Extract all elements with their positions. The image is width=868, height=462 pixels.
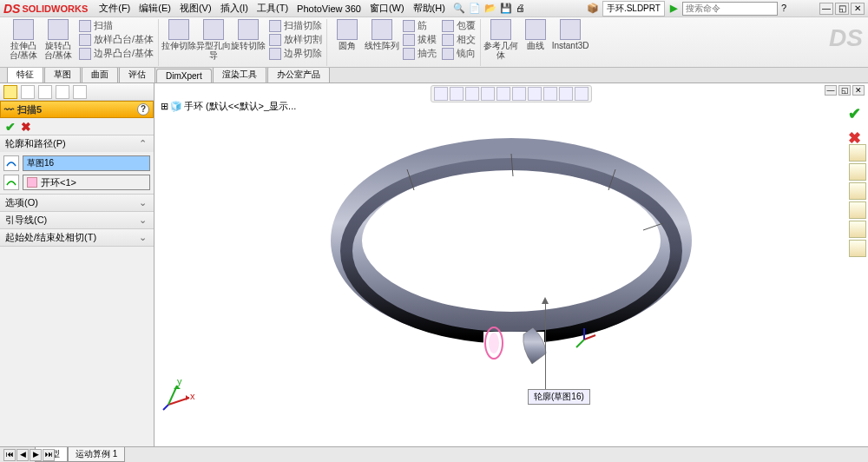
fm-tab-dimxpert[interactable] — [56, 85, 69, 99]
cmd-curves[interactable]: 曲线 — [518, 19, 553, 60]
svg-point-8 — [489, 333, 499, 353]
menu-tools[interactable]: 工具(T) — [253, 0, 293, 16]
tab-evaluate[interactable]: 评估 — [119, 66, 155, 82]
menu-view[interactable]: 视图(V) — [175, 0, 216, 16]
qat-new-icon[interactable]: 📄 — [469, 3, 481, 15]
mdi-close[interactable]: ✕ — [852, 85, 865, 96]
document-name[interactable]: 手环.SLDPRT — [602, 1, 665, 16]
view-appearance-icon[interactable] — [543, 87, 557, 101]
cmd-fillet[interactable]: 圆角 — [330, 19, 365, 60]
cmd-wrap[interactable]: 包覆 — [440, 19, 477, 32]
task-pane — [849, 144, 866, 257]
view-zoom-fit-icon[interactable] — [434, 87, 448, 101]
bottom-tab-motion-study[interactable]: 运动算例 1 — [68, 447, 125, 462]
window-restore[interactable]: ◱ — [835, 3, 849, 15]
rotate-center-icon — [571, 327, 597, 353]
view-hide-show-icon[interactable] — [528, 87, 542, 101]
qat-save-icon[interactable]: 💾 — [500, 3, 512, 15]
tab-features[interactable]: 特征 — [7, 66, 43, 82]
qat-open-icon[interactable]: 📂 — [484, 3, 496, 15]
help-icon[interactable]: ? — [781, 3, 793, 15]
tab-office-products[interactable]: 办公室产品 — [267, 66, 330, 82]
graphics-viewport[interactable]: — ◱ ✕ ⊞ 🧊 手环 (默认<<默认>_显示... ✔ ✖ — [155, 83, 868, 446]
profile-callout[interactable]: 轮廓(草图16) — [528, 389, 590, 405]
cmd-extrude-cut[interactable]: 拉伸切除 — [161, 19, 196, 60]
tab-dimxpert[interactable]: DimXpert — [156, 69, 212, 82]
mdi-minimize[interactable]: — — [825, 85, 837, 96]
menu-edit[interactable]: 编辑(E) — [135, 0, 175, 16]
flyout-feature-tree[interactable]: ⊞ 🧊 手环 (默认<<默认>_显示... — [158, 99, 299, 114]
view-zoom-area-icon[interactable] — [450, 87, 464, 101]
motion-tab-strip: ⏮ ◀ ▶ ⏭ 模型 运动算例 1 — [0, 446, 868, 462]
cmd-boundary-boss[interactable]: 边界凸台/基体 — [77, 47, 155, 60]
pm-section-guides[interactable]: 引导线(C) ⌄ — [0, 212, 154, 228]
tab-nav-prev[interactable]: ◀ — [16, 449, 29, 461]
orientation-triad[interactable]: x y — [161, 377, 196, 412]
tab-render-tools[interactable]: 渲染工具 — [213, 66, 266, 82]
search-input[interactable] — [682, 2, 778, 16]
fm-tab-feature[interactable] — [21, 85, 35, 99]
window-close[interactable]: ✕ — [851, 3, 865, 15]
menu-help[interactable]: 帮助(H) — [409, 0, 450, 16]
qat-print-icon[interactable]: 🖨 — [516, 3, 528, 15]
cmd-loft-boss[interactable]: 放样凸台/基体 — [77, 33, 155, 46]
menu-photoview[interactable]: PhotoView 360 — [293, 2, 365, 16]
pm-section-options[interactable]: 选项(O) ⌄ — [0, 195, 154, 211]
qat-icon[interactable]: 🔍 — [453, 3, 465, 15]
mdi-restore[interactable]: ◱ — [838, 85, 851, 96]
view-orientation-icon[interactable] — [496, 87, 510, 101]
view-scene-icon[interactable] — [559, 87, 573, 101]
view-display-icon[interactable] — [512, 87, 526, 101]
tab-nav-next[interactable]: ▶ — [30, 449, 42, 461]
cmd-sweep-cut[interactable]: 扫描切除 — [267, 19, 324, 32]
pm-title: 扫描5 — [17, 103, 42, 116]
pm-section-start-end[interactable]: 起始处/结束处相切(T) ⌄ — [0, 229, 154, 246]
taskpane-appearances-icon[interactable] — [849, 221, 866, 238]
taskpane-view-palette-icon[interactable] — [849, 201, 866, 219]
view-prev-icon[interactable] — [465, 87, 479, 101]
cmd-revolve-boss[interactable]: 旋转凸台/基体 — [41, 19, 76, 60]
fm-tab-config[interactable] — [38, 85, 52, 99]
tab-surfaces[interactable]: 曲面 — [82, 66, 118, 82]
pm-cancel-button[interactable]: ✖ — [21, 120, 31, 134]
pm-section-profile-path[interactable]: 轮廓和路径(P) ⌃ — [0, 135, 154, 152]
tab-nav-last[interactable]: ⏭ — [43, 449, 55, 461]
menu-file[interactable]: 文件(F) — [95, 0, 135, 16]
cmd-linear-pattern[interactable]: 线性阵列 — [365, 19, 399, 60]
path-field[interactable]: 开环<1> — [23, 175, 150, 190]
profile-field[interactable]: 草图16 — [23, 155, 150, 171]
tab-nav-first[interactable]: ⏮ — [3, 449, 16, 461]
fm-tab-property[interactable] — [3, 85, 17, 99]
cmd-sweep[interactable]: 扫描 — [77, 19, 155, 32]
expand-icon[interactable]: ⊞ — [161, 101, 168, 112]
pm-help-button[interactable]: ? — [137, 103, 149, 116]
view-section-icon[interactable] — [481, 87, 495, 101]
tab-sketch[interactable]: 草图 — [44, 66, 81, 82]
taskpane-library-icon[interactable] — [849, 163, 866, 181]
search-run-icon[interactable]: ▶ — [670, 3, 677, 14]
menu-window[interactable]: 窗口(W) — [365, 0, 409, 16]
window-minimize[interactable]: — — [819, 3, 833, 15]
cmd-revolve-cut[interactable]: 旋转切除 — [231, 19, 266, 60]
view-settings-icon[interactable] — [575, 87, 589, 101]
menu-insert[interactable]: 插入(I) — [216, 0, 253, 16]
cmd-hole-wizard[interactable]: 异型孔向导 — [196, 19, 231, 60]
taskpane-explorer-icon[interactable] — [849, 182, 866, 200]
pm-ok-button[interactable]: ✔ — [5, 120, 16, 134]
cmd-instant3d[interactable]: Instant3D — [553, 19, 588, 60]
taskpane-resources-icon[interactable] — [849, 144, 866, 162]
cmd-ref-geometry[interactable]: 参考几何体 — [483, 19, 518, 60]
cmd-mirror[interactable]: 镜向 — [440, 47, 477, 60]
confirm-ok-button[interactable]: ✔ — [848, 104, 861, 123]
taskpane-custom-props-icon[interactable] — [849, 240, 866, 257]
cmd-intersect[interactable]: 相交 — [440, 33, 477, 46]
cmd-extrude-boss[interactable]: 拉伸凸台/基体 — [6, 19, 41, 60]
pm-title-bar: 〰 扫描5 ? — [0, 101, 154, 118]
cmd-rib[interactable]: 筋 — [401, 19, 438, 32]
cmd-shell[interactable]: 抽壳 — [401, 47, 438, 60]
fm-tab-display[interactable] — [73, 85, 87, 99]
cmd-loft-cut[interactable]: 放样切割 — [267, 33, 324, 46]
cmd-draft[interactable]: 拔模 — [401, 33, 438, 46]
cmd-boundary-cut[interactable]: 边界切除 — [267, 47, 324, 60]
path-swatch-icon — [27, 177, 37, 188]
